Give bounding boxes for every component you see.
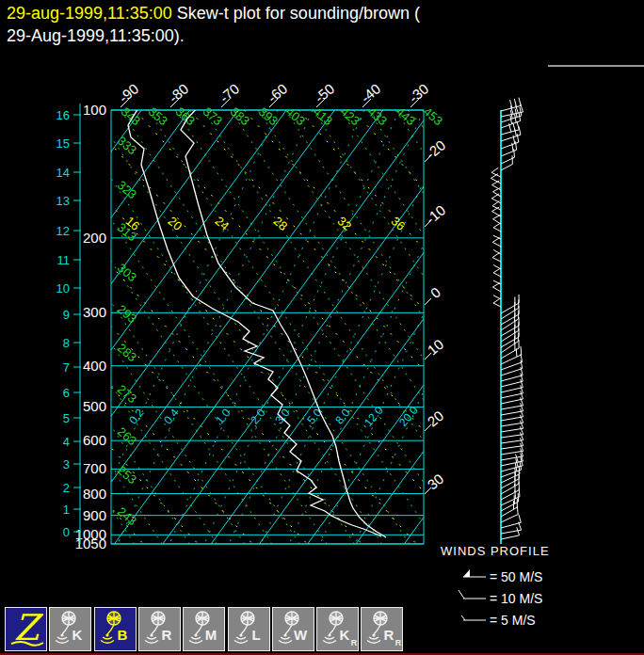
height-tick-label: 3 [63, 457, 70, 471]
wind-barb-feather [491, 168, 498, 172]
skewt-application-window: { "title": { "timestamp": "29-aug-1999,1… [0, 0, 644, 655]
wind-barb-feather [517, 121, 519, 130]
wind-barb-staff [492, 242, 501, 247]
temp-top-label: -30 [406, 80, 432, 105]
toolbar-station-button-rr[interactable]: R R [361, 607, 403, 651]
wind-barb-staff [501, 522, 521, 528]
toolbar-station-button-k[interactable]: K [49, 607, 91, 651]
isotherm [453, 110, 644, 544]
dry-adiabat [121, 110, 410, 544]
legend-label: = 10 M/S [490, 591, 542, 606]
legend-flag-icon [463, 569, 470, 577]
wind-barb-staff [501, 393, 523, 398]
wind-barb-staff [501, 535, 520, 539]
svg-text:M: M [205, 627, 217, 643]
isotherm [115, 110, 432, 544]
temp-top-label: -90 [116, 80, 142, 105]
zebra-logo-icon: Z [6, 608, 48, 652]
wind-barb-staff [501, 355, 522, 364]
wind-barb-staff [501, 423, 523, 426]
theta-top-label: 343 [119, 104, 143, 128]
temp-top-label: -40 [358, 80, 384, 105]
wind-barb-staff [501, 479, 519, 488]
mixing-ratio-lines [83, 110, 550, 544]
wind-barb-feather [493, 298, 500, 303]
wind-barb-feather [491, 181, 499, 185]
dry-adiabat [0, 110, 217, 544]
pressure-tick-label: 200 [83, 230, 106, 246]
toolbar-station-button-r[interactable]: R [138, 607, 181, 651]
wind-barb-staff [501, 130, 519, 135]
wind-barbs [491, 98, 523, 539]
wind-barb-staff [492, 258, 501, 262]
wind-barb-staff [501, 502, 519, 511]
dry-adiabat [231, 110, 520, 544]
wind-barb-staff [501, 411, 523, 415]
isotherm [0, 110, 238, 544]
wind-barb-staff [501, 369, 523, 375]
svg-text:R: R [161, 627, 171, 643]
wind-barb-staff [501, 507, 517, 517]
theta-top-label: 403 [283, 104, 308, 128]
height-tick-label: 11 [57, 253, 71, 267]
moist-adiabat [0, 110, 89, 544]
moist-adiabat [135, 110, 525, 544]
theta-left-label: 333 [115, 134, 139, 157]
sounding-balloon-icon: K [50, 608, 92, 652]
wind-barb-staff [493, 273, 501, 277]
temp-right-label: -10 [423, 201, 449, 227]
theta-left-label: 243 [115, 504, 139, 528]
temp-right-tick [425, 298, 431, 305]
temperature-trace [181, 106, 386, 537]
mixing-ratio-label: 3.0 [272, 406, 293, 426]
wind-barb-staff [501, 303, 519, 313]
toolbar-station-button-l[interactable]: L [228, 607, 270, 651]
legend-full-barb-icon [459, 590, 464, 599]
toolbar-station-button-m[interactable]: M [183, 607, 225, 651]
sounding-balloon-icon: L [229, 608, 271, 652]
pressure-tick-label: 100 [83, 102, 106, 118]
wind-barb-feather [493, 268, 501, 273]
toolbar-station-button-kr[interactable]: K R [316, 607, 359, 651]
wind-barb-staff [492, 206, 501, 210]
theta-left-label: 253 [115, 463, 139, 487]
mixing-ratio-label: 0.2 [126, 406, 147, 426]
wind-barb-staff [501, 330, 519, 342]
wind-barb-feather [492, 238, 500, 243]
toolbar-logo-button[interactable]: Z [5, 607, 47, 651]
button-subscript: R [351, 638, 358, 647]
toolbar-station-button-w[interactable]: W [272, 607, 314, 651]
wind-barb-feather [493, 223, 501, 228]
dry-adiabat [175, 110, 464, 544]
wind-barb-staff [501, 314, 519, 325]
wind-barb-staff [492, 287, 501, 292]
wind-barb-staff [501, 456, 523, 460]
moist-adiabat [298, 110, 644, 544]
sounding-balloon-icon: K R [317, 608, 360, 652]
moist-adiabat [25, 110, 416, 544]
height-tick-label: 8 [63, 336, 70, 350]
dry-adiabat [203, 110, 492, 544]
wind-barb-staff [501, 308, 519, 319]
mixing-ratio-line [118, 110, 313, 544]
pressure-tick-label: 500 [83, 398, 106, 414]
wind-barb-staff [501, 484, 519, 494]
wind-barb-staff [493, 235, 501, 239]
theta-top-label: 433 [365, 104, 390, 128]
mixing-ratio-label: 1.0 [213, 406, 233, 426]
wind-barb-feather [521, 346, 522, 355]
isotherm [0, 110, 286, 544]
theta-left-label: 323 [115, 178, 139, 201]
theta-top-label: 413 [311, 104, 335, 128]
wind-barb-staff [493, 280, 501, 284]
wind-barb-staff [501, 388, 523, 392]
theta-left-label: 263 [115, 424, 139, 448]
svg-text:W: W [294, 627, 308, 643]
temp-right-label: 30 [425, 471, 447, 493]
wind-barb-feather [517, 506, 518, 515]
theta-left-label: 303 [115, 261, 139, 284]
toolbar-station-button-b[interactable]: B [94, 607, 137, 651]
wind-barb-staff [501, 474, 520, 483]
height-tick-label: 4 [63, 435, 70, 449]
moist-adiabat-label: 28 [271, 214, 291, 233]
